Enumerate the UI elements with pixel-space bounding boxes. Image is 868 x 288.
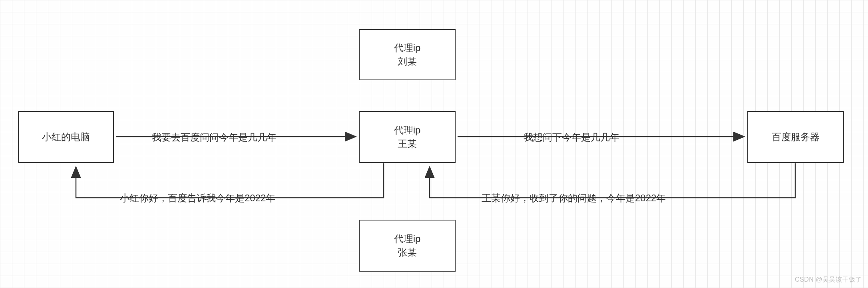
proxy-bot-line1: 代理ip — [394, 232, 421, 246]
proxy-mid-line1: 代理ip — [394, 123, 421, 137]
proxy-bot-line2: 张某 — [398, 246, 417, 259]
response-2-label: 王某你好，收到了你的问题，今年是2022年 — [482, 192, 666, 205]
proxy-top-node: 代理ip 刘某 — [359, 29, 456, 80]
response-1-label: 小红你好，百度告诉我今年是2022年 — [120, 192, 275, 205]
proxy-mid-node: 代理ip 王某 — [359, 111, 456, 163]
request-1-label: 我要去百度问问今年是几几年 — [152, 131, 277, 144]
proxy-top-line1: 代理ip — [394, 41, 421, 55]
proxy-top-line2: 刘某 — [398, 55, 417, 68]
client-label: 小红的电脑 — [42, 130, 90, 144]
proxy-bot-node: 代理ip 张某 — [359, 220, 456, 272]
client-node: 小红的电脑 — [18, 111, 114, 163]
request-2-label: 我想问下今年是几几年 — [524, 131, 619, 144]
server-node: 百度服务器 — [747, 111, 844, 163]
server-label: 百度服务器 — [772, 130, 820, 144]
proxy-mid-line2: 王某 — [398, 137, 417, 151]
watermark: CSDN @吴吴该干饭了 — [795, 276, 862, 284]
